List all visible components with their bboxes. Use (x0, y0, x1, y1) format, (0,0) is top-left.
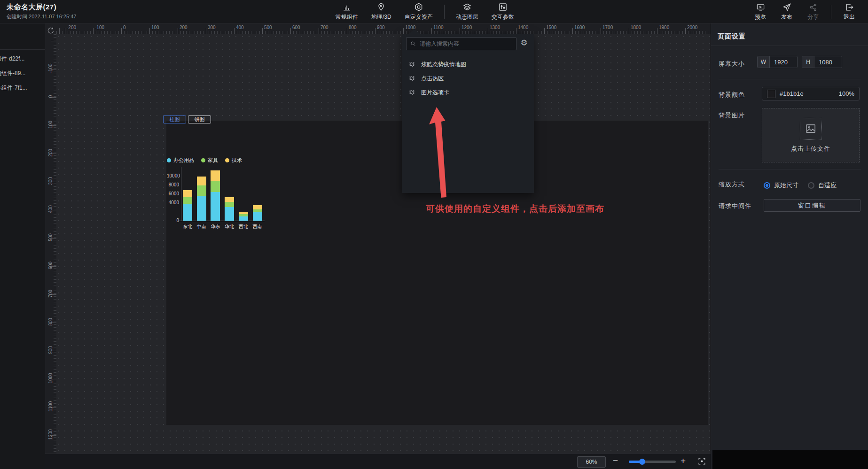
x-axis-category-label: 西北 (236, 223, 251, 230)
asset-item[interactable]: 点击热区 (402, 72, 534, 85)
radio-icon (808, 182, 814, 189)
action-publish[interactable]: 发布 (774, 0, 800, 23)
h-ruler-label: 600 (292, 25, 300, 30)
h-ruler-label: 400 (236, 25, 244, 30)
action-share[interactable]: 分享 (800, 0, 826, 23)
toolbar-item-bar-chart[interactable]: 常规组件 (329, 0, 365, 23)
toolbar-item-sliders[interactable]: 交互参数 (485, 0, 521, 23)
toolbar-item-hexagon[interactable]: 自定义资产 (398, 0, 439, 23)
h-ruler-label: -200 (67, 25, 76, 30)
bar-segment (225, 202, 234, 207)
layer-item[interactable]: 图组件-89... (0, 68, 45, 79)
bar-segment (197, 185, 206, 196)
action-label: 发布 (781, 13, 792, 21)
h-ruler-label: 1700 (602, 25, 613, 30)
puzzle-icon (408, 75, 415, 82)
radio-label: 原始尺寸 (774, 181, 798, 190)
settings-title: 页面设置 (718, 32, 746, 41)
ruler-corner[interactable] (45, 23, 56, 34)
zoom-out-button[interactable]: − (613, 455, 618, 466)
settings-divider-1 (719, 79, 861, 79)
v-ruler-label: 200 (48, 146, 53, 160)
window-edit-button[interactable]: 窗口编辑 (764, 199, 860, 212)
bottom-right-corner (712, 450, 868, 469)
radio-icon (764, 182, 770, 189)
h-ruler-label: -100 (95, 25, 104, 30)
toolbar-divider (444, 5, 445, 19)
bar-segment (211, 170, 220, 181)
panel-caret-icon (409, 29, 420, 34)
layer-item[interactable]: 卡组件-7f1... (0, 82, 45, 93)
zoom-level-input[interactable] (577, 456, 606, 468)
tab-bar-chart[interactable]: 柱图 (163, 115, 186, 123)
focus-icon (697, 457, 706, 466)
vertical-ruler: -100010020030040050060070080090010001100… (45, 34, 56, 454)
h-ruler-label: 900 (377, 25, 385, 30)
asset-search[interactable] (406, 37, 516, 50)
legend-dot-icon (201, 158, 205, 162)
legend-item[interactable]: 技术 (225, 157, 242, 164)
middleware-label: 请求中间件 (719, 202, 751, 210)
zoom-bar: − + (45, 454, 711, 469)
color-opacity-value: 100% (839, 90, 854, 97)
action-exit[interactable]: 退出 (836, 0, 862, 23)
width-input[interactable] (770, 56, 797, 68)
toolbar-item-layers[interactable]: 动态图层 (449, 0, 485, 23)
v-ruler-label: 400 (48, 202, 53, 216)
bar-segment (253, 205, 262, 209)
color-swatch[interactable] (767, 90, 775, 98)
zoom-slider[interactable] (629, 461, 676, 463)
settings-title-divider (711, 46, 868, 46)
action-preview[interactable]: 预览 (747, 0, 774, 23)
bar-segment (239, 216, 248, 221)
gear-icon[interactable]: ⚙ (519, 38, 529, 49)
layer-item[interactable]: 组件-d22f... (0, 53, 45, 64)
height-prefix: H (802, 56, 814, 68)
image-icon (805, 123, 817, 135)
toolbar-item-map-pin[interactable]: 地理/3D (365, 0, 398, 23)
page-settings-panel: 页面设置 屏幕大小 W H 背景颜色 #1b1b1e 100% 背景图片 点击上… (711, 23, 868, 469)
asset-item[interactable]: 炫酷态势疫情地图 (402, 58, 534, 71)
layers-sidebar: 组件-d22f...图组件-89...卡组件-7f1... (0, 23, 45, 469)
exit-icon (845, 3, 854, 12)
hexagon-icon (414, 2, 423, 12)
header: 未命名大屏(27) 创建时间 2022-11-07 16:25:47 常规组件地… (0, 0, 868, 23)
share-icon (809, 3, 818, 12)
bg-color-field[interactable]: #1b1b1e 100% (762, 87, 860, 100)
action-label: 分享 (807, 13, 819, 21)
puzzle-icon (408, 61, 415, 68)
zoom-slider-handle[interactable] (639, 459, 645, 465)
height-field[interactable]: H (802, 56, 842, 68)
radio-option[interactable]: 自适应 (808, 181, 837, 190)
legend-item[interactable]: 办公用品 (167, 157, 194, 164)
layer-item-label: 组件-d22f... (0, 55, 24, 62)
workspace[interactable] (45, 23, 711, 454)
action-label: 退出 (844, 13, 855, 21)
legend-dot-icon (167, 158, 171, 162)
asset-item[interactable]: 图片选项卡 (402, 86, 534, 99)
bg-image-upload[interactable]: 点击上传文件 (762, 108, 860, 162)
sliders-icon (498, 2, 508, 12)
settings-divider-2 (719, 169, 861, 169)
legend-item[interactable]: 家具 (201, 157, 218, 164)
h-ruler-label: 500 (264, 25, 272, 30)
tab-pie-chart[interactable]: 饼图 (188, 115, 211, 123)
zoom-in-button[interactable]: + (680, 456, 686, 466)
chart-legend: 办公用品家具技术 (167, 157, 242, 164)
v-ruler-label: 300 (48, 174, 53, 188)
radio-selected[interactable]: 原始尺寸 (764, 181, 798, 190)
preview-icon (756, 3, 765, 12)
v-ruler-label: 600 (48, 259, 53, 273)
layer-item-label: 图组件-89... (0, 70, 25, 77)
image-placeholder (800, 118, 822, 140)
h-ruler-label: 800 (349, 25, 357, 30)
h-ruler-label: 2000 (687, 25, 697, 30)
refresh-icon (47, 26, 55, 34)
height-input[interactable] (814, 56, 842, 68)
width-field[interactable]: W (757, 56, 798, 68)
app-root: 柱图 饼图 办公用品家具技术 100008000600040000东北中南华东华… (0, 0, 868, 469)
asset-search-input[interactable] (419, 40, 512, 47)
x-axis-category-label: 华东 (208, 223, 223, 230)
screen-size-label: 屏幕大小 (719, 60, 745, 68)
fit-to-screen-button[interactable] (697, 457, 706, 466)
